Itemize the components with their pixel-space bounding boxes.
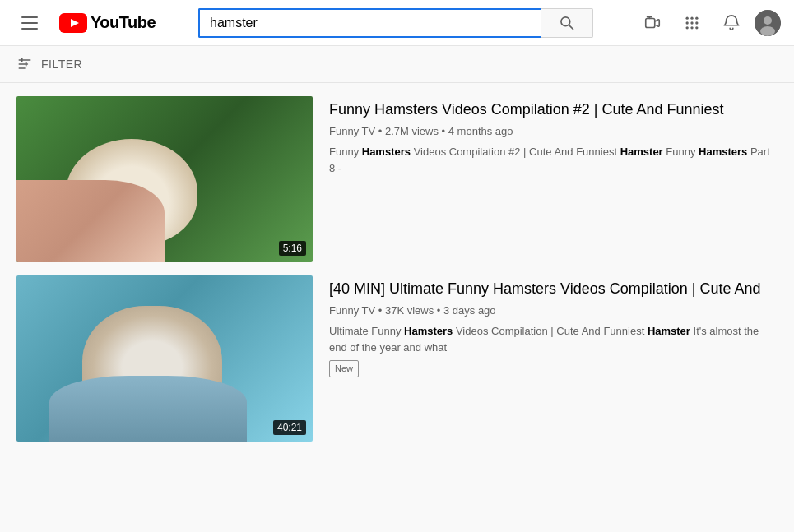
- view-count-1: 2.7M views: [385, 125, 439, 137]
- svg-point-12: [686, 26, 689, 29]
- svg-point-7: [690, 16, 693, 19]
- channel-name-1: Funny TV: [329, 125, 375, 137]
- video-item-2[interactable]: 40:21 [40 MIN] Ultimate Funny Hamsters V…: [16, 275, 778, 442]
- apps-grid-icon: [684, 15, 700, 31]
- svg-point-9: [686, 21, 689, 24]
- hamburger-icon: [15, 10, 44, 36]
- meta-separator-4: •: [437, 304, 443, 317]
- video-title-1: Funny Hamsters Videos Compilation #2 | C…: [329, 99, 778, 120]
- apps-button[interactable]: [676, 7, 708, 39]
- svg-point-16: [764, 16, 772, 25]
- youtube-logo[interactable]: YouTube: [59, 13, 156, 33]
- desc-bold-4: Hamsters: [404, 325, 453, 337]
- camera-icon: [643, 14, 662, 32]
- svg-point-14: [695, 26, 698, 29]
- header-right: [636, 7, 781, 39]
- video-description-2: Ultimate Funny Hamsters Videos Compilati…: [329, 323, 778, 377]
- view-count-2: 37K views: [385, 304, 434, 317]
- duration-badge-1: 5:16: [279, 241, 306, 256]
- desc-bold-3: Hamsters: [699, 146, 747, 158]
- video-info-1: Funny Hamsters Videos Compilation #2 | C…: [329, 96, 778, 262]
- header-left: YouTube: [13, 7, 156, 39]
- duration-badge-2: 40:21: [273, 420, 306, 435]
- svg-point-11: [695, 21, 698, 24]
- thumbnail-2: 40:21: [16, 275, 313, 442]
- search-area: [169, 8, 623, 38]
- search-input[interactable]: [198, 8, 541, 38]
- desc-bold-5: Hamster: [648, 325, 690, 337]
- search-results: 5:16 Funny Hamsters Videos Compilation #…: [0, 83, 794, 455]
- hamburger-menu-button[interactable]: [13, 7, 46, 39]
- svg-point-8: [695, 16, 698, 19]
- channel-name-2: Funny TV: [329, 304, 375, 317]
- upload-video-button[interactable]: [636, 7, 669, 39]
- search-form: [198, 8, 593, 38]
- bell-icon: [722, 14, 741, 32]
- header: YouTube: [0, 0, 794, 46]
- search-icon: [559, 15, 575, 31]
- upload-age-2: 3 days ago: [443, 304, 496, 317]
- svg-point-6: [686, 16, 689, 19]
- meta-separator-2: •: [442, 125, 448, 137]
- avatar-icon: [755, 10, 781, 36]
- filter-icon: [16, 56, 33, 72]
- video-description-1: Funny Hamsters Videos Compilation #2 | C…: [329, 144, 778, 176]
- svg-point-10: [690, 21, 693, 24]
- desc-bold-2: Hamster: [620, 146, 663, 158]
- notifications-button[interactable]: [715, 7, 748, 39]
- account-avatar[interactable]: [755, 10, 781, 36]
- search-button[interactable]: [541, 8, 593, 38]
- filter-label: FILTER: [41, 58, 82, 71]
- meta-separator-3: •: [378, 304, 385, 317]
- youtube-play-icon: [59, 13, 87, 33]
- svg-point-13: [690, 26, 693, 29]
- svg-line-3: [569, 25, 573, 29]
- meta-separator-1: •: [378, 125, 385, 137]
- upload-age-1: 4 months ago: [448, 125, 513, 137]
- video-meta-2: Funny TV • 37K views • 3 days ago: [329, 304, 778, 317]
- filter-bar: FILTER: [0, 46, 794, 83]
- svg-point-17: [760, 26, 775, 36]
- youtube-wordmark: YouTube: [91, 13, 156, 32]
- video-title-2: [40 MIN] Ultimate Funny Hamsters Videos …: [329, 279, 778, 299]
- video-meta-1: Funny TV • 2.7M views • 4 months ago: [329, 125, 778, 137]
- thumbnail-1: 5:16: [16, 96, 313, 262]
- new-badge: New: [329, 360, 359, 377]
- video-item-1[interactable]: 5:16 Funny Hamsters Videos Compilation #…: [16, 96, 778, 262]
- video-info-2: [40 MIN] Ultimate Funny Hamsters Videos …: [329, 275, 778, 442]
- desc-bold-1: Hamsters: [362, 146, 411, 158]
